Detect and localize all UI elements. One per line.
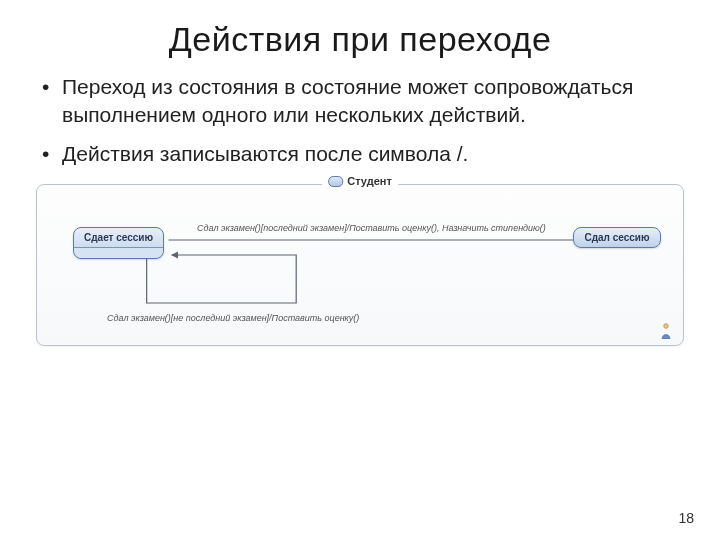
state-diagram-frame: Студент Сдает сессию Сдал сессию Сдал эк… — [36, 184, 684, 346]
bullet-item: Действия записываются после символа /. — [60, 140, 684, 168]
slide-title: Действия при переходе — [36, 20, 684, 59]
transition-label-top: Сдал экзамен()[последний экзамен]/Постав… — [197, 223, 546, 233]
state-right-label: Сдал сессию — [574, 228, 660, 247]
state-left-label: Сдает сессию — [74, 228, 163, 247]
svg-point-1 — [664, 324, 669, 329]
slide: Действия при переходе Переход из состоян… — [0, 0, 720, 540]
state-left: Сдает сессию — [73, 227, 164, 259]
actor-icon — [659, 323, 673, 339]
bullet-item: Переход из состояния в состояние может с… — [60, 73, 684, 130]
state-body — [74, 248, 163, 258]
page-number: 18 — [678, 510, 694, 526]
state-right: Сдал сессию — [573, 227, 661, 248]
bullet-list: Переход из состояния в состояние может с… — [36, 73, 684, 168]
transition-label-bottom: Сдал экзамен()[не последний экзамен]/Пос… — [107, 313, 359, 323]
